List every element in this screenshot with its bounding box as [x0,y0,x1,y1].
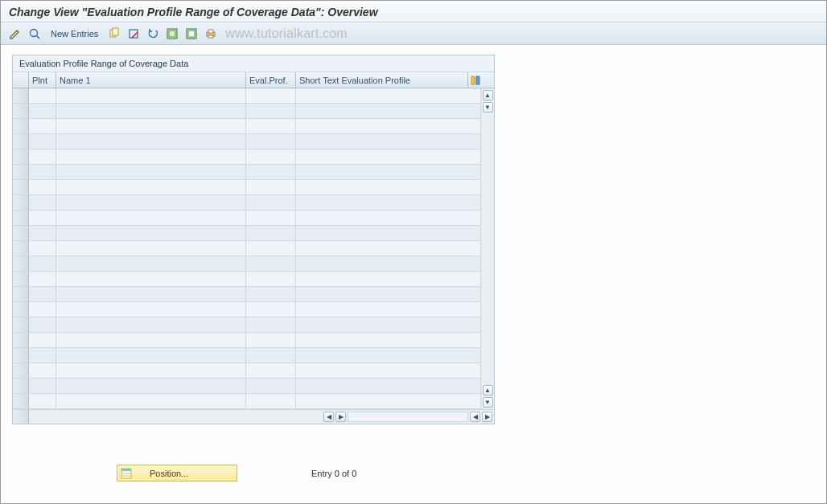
col-header-plnt[interactable]: Plnt [29,72,56,88]
cell-evalprof[interactable] [246,88,296,103]
cell-evalprof[interactable] [246,318,296,332]
row-selector[interactable] [13,379,29,393]
delete-icon[interactable] [125,26,142,42]
col-header-shorttext[interactable]: Short Text Evaluation Profile [296,72,468,88]
cell-evalprof[interactable] [246,272,296,286]
cell-name1[interactable] [56,302,246,317]
cell-plnt[interactable] [29,302,56,317]
cell-name1[interactable] [56,318,246,332]
cell-evalprof[interactable] [246,394,296,408]
cell-evalprof[interactable] [246,195,296,210]
cell-plnt[interactable] [29,256,56,271]
cell-plnt[interactable] [29,241,56,256]
row-selector[interactable] [13,256,29,271]
row-selector[interactable] [13,104,29,118]
cell-evalprof[interactable] [246,241,296,256]
vertical-scrollbar[interactable]: ▲ ▼ ▲ ▼ [480,88,494,409]
cell-shorttext[interactable] [296,394,468,408]
undo-icon[interactable] [145,26,161,42]
cell-plnt[interactable] [29,379,56,393]
cell-evalprof[interactable] [246,104,296,118]
cell-evalprof[interactable] [246,119,296,133]
cell-name1[interactable] [56,226,246,240]
cell-name1[interactable] [56,165,246,179]
cell-name1[interactable] [56,287,246,301]
h-scroll-track[interactable] [348,412,468,422]
cell-plnt[interactable] [29,363,56,378]
cell-plnt[interactable] [29,226,56,240]
row-selector[interactable] [13,348,29,363]
cell-plnt[interactable] [29,333,56,347]
cell-evalprof[interactable] [246,180,296,195]
cell-shorttext[interactable] [296,104,468,118]
cell-plnt[interactable] [29,180,56,195]
row-selector[interactable] [13,119,29,133]
cell-evalprof[interactable] [246,150,296,164]
cell-evalprof[interactable] [246,302,296,317]
scroll-right2-icon[interactable]: ▶ [482,412,492,422]
row-selector[interactable] [13,272,29,286]
scroll-right-icon[interactable]: ▶ [335,412,346,422]
cell-evalprof[interactable] [246,333,296,347]
cell-plnt[interactable] [29,88,56,103]
cell-evalprof[interactable] [246,211,296,225]
cell-name1[interactable] [56,150,246,164]
cell-evalprof[interactable] [246,348,296,363]
cell-evalprof[interactable] [246,379,296,393]
cell-name1[interactable] [56,333,246,347]
row-selector[interactable] [13,134,29,149]
cell-shorttext[interactable] [296,134,468,149]
cell-name1[interactable] [56,88,246,103]
copy-icon[interactable] [106,26,122,42]
cell-plnt[interactable] [29,394,56,408]
row-selector[interactable] [13,150,29,164]
configure-columns-icon[interactable] [468,76,482,85]
cell-plnt[interactable] [29,134,56,149]
cell-name1[interactable] [56,348,246,363]
cell-plnt[interactable] [29,348,56,363]
row-selector[interactable] [13,302,29,317]
scroll-up-bottom-icon[interactable]: ▲ [483,385,493,395]
cell-shorttext[interactable] [296,165,468,179]
cell-evalprof[interactable] [246,165,296,179]
cell-plnt[interactable] [29,119,56,133]
cell-plnt[interactable] [29,104,56,118]
cell-shorttext[interactable] [296,318,468,332]
cell-plnt[interactable] [29,318,56,332]
cell-name1[interactable] [56,363,246,378]
cell-name1[interactable] [56,379,246,393]
details-icon[interactable] [27,26,43,42]
cell-plnt[interactable] [29,272,56,286]
cell-name1[interactable] [56,241,246,256]
scroll-up-icon[interactable]: ▲ [483,90,493,100]
cell-plnt[interactable] [29,211,56,225]
cell-shorttext[interactable] [296,119,468,133]
cell-plnt[interactable] [29,165,56,179]
row-selector-header[interactable] [13,72,29,88]
cell-evalprof[interactable] [246,226,296,240]
scroll-left2-icon[interactable]: ◀ [470,412,480,422]
row-selector[interactable] [13,394,29,408]
cell-shorttext[interactable] [296,348,468,363]
cell-evalprof[interactable] [246,287,296,301]
print-icon[interactable] [203,26,219,42]
cell-name1[interactable] [56,256,246,271]
row-selector[interactable] [13,287,29,301]
cell-name1[interactable] [56,180,246,195]
cell-evalprof[interactable] [246,256,296,271]
cell-shorttext[interactable] [296,287,468,301]
col-header-name1[interactable]: Name 1 [56,72,246,88]
horizontal-scrollbar[interactable]: ◀ ▶ ◀ ▶ [13,409,494,424]
cell-name1[interactable] [56,195,246,210]
cell-name1[interactable] [56,119,246,133]
cell-evalprof[interactable] [246,134,296,149]
cell-shorttext[interactable] [296,379,468,393]
cell-shorttext[interactable] [296,302,468,317]
cell-shorttext[interactable] [296,272,468,286]
new-entries-button[interactable]: New Entries [46,27,103,40]
row-selector[interactable] [13,318,29,332]
cell-plnt[interactable] [29,287,56,301]
deselect-all-icon[interactable] [183,26,200,42]
change-toggle-icon[interactable] [7,26,23,42]
row-selector[interactable] [13,195,29,210]
